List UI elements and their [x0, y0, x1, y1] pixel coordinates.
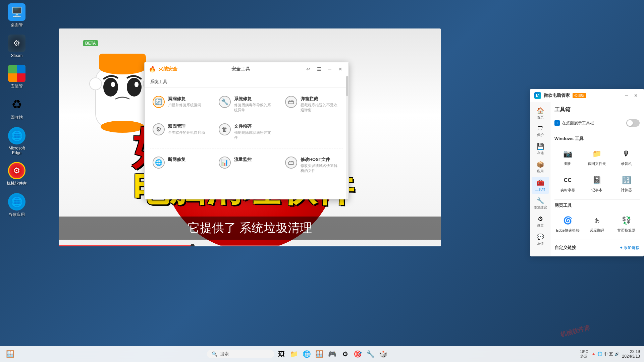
- desktop-icon-label-edge2: 谷歌应用: [9, 212, 25, 218]
- pc-manager-panel[interactable]: M 微软电脑管家 公测版 ─ ✕ 🏠 首页 🛡 保护 💾: [530, 89, 644, 256]
- volume-icon[interactable]: 🔊: [614, 352, 620, 356]
- tool-icon-shred: 🗑: [219, 123, 231, 135]
- tool-icon-sysfix: 🔧: [219, 96, 231, 108]
- svg-point-5: [90, 78, 102, 90]
- beta-badge: BETA: [83, 40, 98, 46]
- apps-icon: 📦: [537, 161, 544, 168]
- pcm-tool-label-screenshot: 截图: [564, 161, 572, 166]
- pcm-nav-apps[interactable]: 📦 应用: [532, 159, 549, 176]
- pcm-nav-fixsuggestion[interactable]: 🔧 修复建议: [532, 195, 549, 212]
- taskbar-store[interactable]: 🪟: [314, 348, 326, 360]
- pcm-tool-calculator[interactable]: 🔢 计算器: [613, 172, 640, 195]
- tray-icon-1[interactable]: 🔺: [591, 352, 596, 356]
- tool-info-shred: 文件粉碎 强制删除或彻底粉碎文件: [234, 123, 274, 140]
- video-seekbar-progress: [59, 245, 193, 246]
- edge2-icon: 🌐: [8, 193, 25, 210]
- taskbar-right: 18°C 多云 🔺 🌐 中 五 🔊 22:19 2024/3/13: [580, 349, 640, 359]
- mechsoft-icon: ⚙: [8, 162, 25, 179]
- monitor-icon: 🖥️: [8, 3, 25, 21]
- svg-point-4: [135, 82, 139, 87]
- screenshot-folder-icon: 📁: [591, 148, 603, 160]
- taskbar-explorer[interactable]: 📁: [288, 348, 300, 360]
- pc-manager-section-title: 工具箱: [554, 106, 640, 113]
- tool-item-traffic[interactable]: 📊 流量监控: [216, 154, 277, 176]
- pcm-tool-recorder[interactable]: 🎙 录音机: [613, 145, 640, 169]
- pcm-nav-feedback[interactable]: 💬 反馈: [532, 231, 549, 248]
- pcm-tool-edge-links[interactable]: 🌀 Edge快速链接: [554, 212, 581, 236]
- svg-point-1: [103, 78, 118, 97]
- network-icon[interactable]: 🌐: [597, 352, 602, 356]
- tool-desc-shred: 强制删除或彻底粉碎文件: [234, 130, 274, 140]
- pcm-nav-toolbox[interactable]: 🧰 工具箱: [532, 177, 549, 194]
- tool-item-patch[interactable]: 🔄 漏洞修复 扫描并修复系统漏洞: [150, 93, 211, 115]
- taskbar-extra[interactable]: 🎲: [377, 348, 389, 360]
- taskbar-game[interactable]: 🎮: [326, 348, 338, 360]
- desktop-icon-edge[interactable]: 🌐 Microsoft Edge: [3, 127, 30, 155]
- tool-item-popup[interactable]: 🗃 弹窗拦截 拦截程序推送的不受欢迎弹窗: [282, 93, 343, 115]
- desktop-icon-monitor[interactable]: 🖥️ 桌面管: [3, 3, 30, 28]
- pcm-nav-home[interactable]: 🏠 首页: [532, 105, 549, 122]
- pcm-tool-notepad[interactable]: 📓 记事本: [584, 172, 610, 195]
- pcm-tool-screenshot-folder[interactable]: 📁 截图文件夹: [584, 145, 610, 169]
- taskbar-clock[interactable]: 22:19 2024/3/13: [622, 349, 640, 359]
- pcm-tool-screenshot[interactable]: 📷 截图: [554, 145, 581, 169]
- pcm-tool-label-calculator: 计算器: [621, 188, 632, 193]
- video-seekbar-thumb[interactable]: [191, 244, 195, 246]
- pcm-custom-links-title: 自定义链接: [554, 245, 576, 251]
- desktop-icon-edge2[interactable]: 🌐 谷歌应用: [3, 193, 30, 218]
- svg-rect-8: [99, 54, 146, 70]
- start-button[interactable]: 🪟: [4, 348, 16, 360]
- pc-manager-close-button[interactable]: ✕: [632, 92, 640, 99]
- pcm-tool-bing-translate[interactable]: あ 必应翻译: [584, 212, 610, 236]
- fire-window-scrollbar[interactable]: [346, 76, 348, 199]
- tool-item-netfix[interactable]: 🌐 断网修复: [150, 154, 211, 176]
- pcm-nav-storage[interactable]: 💾 存储: [532, 141, 549, 158]
- taskbar-fire[interactable]: 🎯: [352, 348, 364, 360]
- desktop-icon-label-steam: Steam: [11, 53, 23, 58]
- tool-item-shred[interactable]: 🗑 文件粉碎 强制删除或彻底粉碎文件: [216, 121, 277, 143]
- tool-item-sysfix[interactable]: 🔧 系统修复 修复因病毒等导致的系统异常: [216, 93, 277, 115]
- pcm-tool-label-recorder: 录音机: [621, 161, 632, 166]
- taskbar-search[interactable]: 🔍 搜索: [207, 350, 274, 358]
- taskbar-settings-icon[interactable]: ⚙: [339, 348, 351, 360]
- storage-icon: 💾: [537, 143, 544, 150]
- pcm-toggle-toolbar[interactable]: [626, 119, 640, 127]
- video-seekbar[interactable]: [59, 245, 441, 246]
- pc-manager-minimize-button[interactable]: ─: [623, 92, 630, 99]
- recorder-icon: 🎙: [620, 148, 632, 160]
- tool-item-hosts[interactable]: 🗃 修改HOST文件 修改失误或域名快速解析的文件: [282, 154, 343, 176]
- fire-window-center-title: 安全工具: [180, 66, 302, 72]
- fire-window-nav: 系统工具: [145, 76, 348, 88]
- pcm-tool-caption[interactable]: CC 实时字幕: [554, 172, 581, 195]
- input-mode-icon[interactable]: 五: [609, 351, 613, 357]
- pcm-divider-1: [554, 133, 640, 133]
- fire-window-back-button[interactable]: ↩: [304, 65, 312, 73]
- pcm-divider-3: [554, 240, 640, 240]
- pcm-tool-currency[interactable]: 💱 货币换算器: [613, 212, 640, 236]
- currency-icon: 💱: [620, 215, 632, 227]
- input-lang-icon[interactable]: 中: [604, 351, 608, 357]
- taskbar-edge[interactable]: 🌐: [301, 348, 313, 360]
- fire-security-window[interactable]: 🔥 火绒安全 安全工具 ↩ ☰ ─ ✕ 系统工具 🔄 漏洞修复 扫描并修复系统漏…: [144, 62, 349, 199]
- pcm-nav-settings[interactable]: ⚙ 设置: [532, 213, 549, 230]
- fire-window-menu-button[interactable]: ☰: [315, 65, 323, 73]
- tool-desc-patch: 扫描并修复系统漏洞: [168, 103, 201, 108]
- edge-links-icon: 🌀: [562, 215, 574, 227]
- desktop-icon-label-edge: Microsoft Edge: [3, 146, 30, 155]
- pcm-add-link-button[interactable]: + 添加链接: [620, 245, 640, 251]
- recycle-icon: ♻: [8, 96, 25, 113]
- desktop-icon-mechsoft[interactable]: ⚙ 机械软件库: [3, 162, 30, 186]
- fire-window-close-button[interactable]: ✕: [336, 65, 344, 73]
- pcm-web-tools-grid: 🌀 Edge快速链接 あ 必应翻译 💱 货币换算器: [554, 212, 640, 236]
- fire-window-minimize-button[interactable]: ─: [326, 65, 334, 73]
- taskbar-photos[interactable]: 🖼: [275, 348, 287, 360]
- tool-info-traffic: 流量监控: [234, 157, 252, 163]
- desktop-icon-recycle[interactable]: ♻ 回收站: [3, 96, 30, 120]
- tool-item-stubborn[interactable]: ⚙ 顽固管理 全类软件的开机自启动: [150, 121, 211, 143]
- desktop-icon-steam[interactable]: ⚙ Steam: [3, 35, 30, 58]
- pcm-nav-protect[interactable]: 🛡 保护: [532, 123, 549, 139]
- desktop-icon-settings[interactable]: 安装管: [3, 65, 30, 89]
- taskbar-tool[interactable]: 🔧: [365, 348, 377, 360]
- fire-window-nav-label: 系统工具: [150, 79, 167, 84]
- pc-manager-badge: 公测版: [573, 93, 586, 98]
